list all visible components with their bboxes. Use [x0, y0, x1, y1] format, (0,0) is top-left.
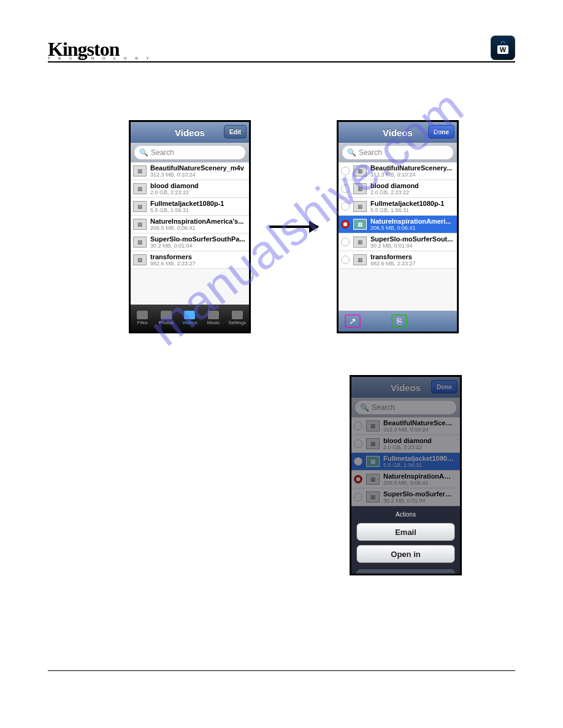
search-input[interactable]: 🔍 Search [342, 146, 453, 159]
list-item[interactable]: ▦blood diamond2.0 GB, 2:23:22 [339, 180, 457, 198]
item-subtitle: 312.3 MB, 0:10:24 [383, 427, 456, 433]
item-title: NatureInspirationAmeri... [370, 218, 453, 225]
search-icon: 🔍 [360, 403, 369, 412]
item-subtitle: 2.0 GB, 2:23:22 [383, 444, 456, 450]
item-text: SuperSlo-moSurferSout...30.2 MB, 0:01:04 [370, 235, 453, 249]
item-text: Fullmetaljacket1080p-15.5 GB, 1:56:31 [370, 200, 453, 213]
item-title: SuperSlo-moSurferSouthPa... [150, 235, 245, 243]
app-icon: ◠ W [491, 36, 515, 60]
list-item[interactable]: ▦BeautifulNatureScenery_m4v312.3 MB, 0:1… [131, 162, 249, 180]
search-icon: 🔍 [347, 148, 356, 157]
list-item[interactable]: ▦Fullmetaljacket1080p-15.5 GB, 1:56:31 [339, 198, 457, 216]
edit-button[interactable]: Edit [224, 125, 247, 138]
checkbox-icon[interactable] [354, 493, 362, 501]
tab-files[interactable]: Files [131, 305, 155, 332]
item-subtitle: 30.2 MB, 0:01:04 [150, 243, 245, 249]
brand-subtext: T E C H N O L O G Y [48, 56, 153, 60]
item-title: Fullmetaljacket1080p-1 [370, 200, 453, 207]
list-item[interactable]: ▦transformers982.6 MB, 2:23:27 [339, 251, 457, 269]
tab-photos[interactable]: Photos [155, 305, 178, 332]
done-button[interactable]: Done [431, 380, 458, 393]
video-icon: ▦ [133, 201, 147, 212]
item-text: NatureInspirationAmeri...206.5 MB, 0:06:… [370, 218, 453, 231]
item-subtitle: 982.6 MB, 2:23:27 [150, 260, 245, 267]
tab-label: Music [207, 320, 220, 325]
screen-title: Videos [175, 127, 205, 138]
tab-label: Settings [228, 320, 246, 325]
search-input[interactable]: 🔍 Search [134, 146, 245, 159]
search-input[interactable]: 🔍 Search [355, 401, 456, 414]
video-icon: ▦ [366, 474, 380, 485]
list-item[interactable]: ▦SuperSlo-moSurferSout...30.2 MB, 0:01:0… [339, 233, 457, 251]
video-icon: ▦ [366, 491, 380, 502]
list-item[interactable]: ▦blood diamond2.0 GB, 2:23:22 [351, 435, 460, 453]
item-text: NatureInspirationAmeri...206.5 MB, 0:06:… [383, 472, 456, 486]
video-icon: ▦ [353, 183, 367, 194]
document-header: Kingston T E C H N O L O G Y ◠ W [48, 36, 515, 63]
checkbox-icon[interactable] [354, 422, 362, 430]
item-subtitle: 982.6 MB, 2:23:27 [370, 260, 453, 267]
nav-bar: Videos Edit [131, 122, 249, 143]
list-item[interactable]: ▦Fullmetaljacket1080p-15.5 GB, 1:56:31 [131, 198, 249, 216]
video-icon: ▦ [353, 219, 367, 230]
item-title: BeautifulNatureScenery... [383, 419, 456, 427]
list-item[interactable]: ▦BeautifulNatureScenery...312.3 MB, 0:10… [351, 417, 460, 435]
list-item[interactable]: ▦SuperSlo-moSurferSouthPa...30.2 MB, 0:0… [131, 233, 249, 251]
list-item[interactable]: ▦NatureInspirationAmerica's...206.5 MB, … [131, 216, 249, 233]
video-icon: ▦ [353, 254, 367, 265]
item-title: blood diamond [370, 182, 453, 189]
item-subtitle: 312.3 MB, 0:10:24 [370, 172, 453, 178]
checkbox-icon[interactable] [354, 439, 362, 448]
video-icon: ▦ [366, 420, 380, 431]
item-text: blood diamond2.0 GB, 2:23:22 [370, 182, 453, 195]
item-text: NatureInspirationAmerica's...206.5 MB, 0… [150, 218, 245, 231]
item-title: BeautifulNatureScenery... [370, 164, 453, 172]
item-text: blood diamond2.0 GB, 2:23:22 [150, 182, 245, 195]
item-title: blood diamond [150, 182, 245, 189]
tab-settings[interactable]: Settings [225, 305, 249, 332]
checkbox-icon[interactable] [341, 167, 350, 175]
list-item[interactable]: ▦Fullmetaljacket1080p-15.5 GB, 1:56:31 [351, 453, 460, 471]
tab-videos[interactable]: Videos [178, 305, 202, 332]
search-bar: 🔍 Search [131, 143, 249, 162]
open-in-button[interactable]: Open in [356, 545, 455, 563]
footer-rule [48, 670, 515, 671]
checkbox-icon[interactable] [341, 220, 350, 229]
video-list: ▦BeautifulNatureScenery...312.3 MB, 0:10… [339, 162, 457, 311]
checkbox-icon[interactable] [341, 238, 350, 246]
video-icon: ▦ [353, 165, 367, 176]
video-icon: ▦ [353, 201, 367, 212]
item-subtitle: 5.5 GB, 1:56:31 [383, 462, 456, 468]
list-item[interactable]: ▦SuperSlo-moSurferSout...30.2 MB, 0:01:0… [351, 488, 460, 506]
item-title: NatureInspirationAmeri... [383, 472, 456, 480]
item-title: SuperSlo-moSurferSout... [383, 490, 456, 498]
checkbox-icon[interactable] [354, 475, 362, 483]
item-subtitle: 312.3 MB, 0:10:24 [150, 172, 245, 178]
item-subtitle: 5.5 GB, 1:56:31 [150, 207, 245, 213]
screenshot-1: Videos Edit 🔍 Search ▦BeautifulNatureSce… [129, 120, 251, 333]
checkbox-icon[interactable] [341, 184, 350, 193]
item-subtitle: 2.0 GB, 2:23:22 [370, 189, 453, 195]
done-button[interactable]: Done [428, 125, 454, 138]
action-sheet: Actions Email Open in Cancel [351, 506, 460, 575]
screenshot-3: Videos Done 🔍 Search ▦BeautifulNatureSce… [350, 375, 462, 575]
checkbox-icon[interactable] [341, 256, 350, 264]
item-text: Fullmetaljacket1080p-15.5 GB, 1:56:31 [383, 455, 456, 468]
list-item[interactable]: ▦NatureInspirationAmeri...206.5 MB, 0:06… [351, 471, 460, 488]
list-item[interactable]: ▦transformers982.6 MB, 2:23:27 [131, 251, 249, 269]
share-button[interactable]: ↗ [345, 314, 361, 328]
copy-button[interactable]: ⎘ [391, 314, 407, 328]
email-button[interactable]: Email [356, 523, 455, 541]
item-subtitle: 30.2 MB, 0:01:04 [370, 243, 453, 249]
list-item[interactable]: ▦blood diamond2.0 GB, 2:23:22 [131, 180, 249, 198]
video-icon: ▦ [366, 438, 380, 449]
list-item[interactable]: ▦BeautifulNatureScenery...312.3 MB, 0:10… [339, 162, 457, 180]
checkbox-icon[interactable] [354, 457, 362, 466]
video-list: ▦BeautifulNatureScenery...312.3 MB, 0:10… [351, 417, 460, 506]
item-subtitle: 206.5 MB, 0:06:41 [383, 480, 456, 486]
tab-music[interactable]: Music [202, 305, 226, 332]
list-item[interactable]: ▦NatureInspirationAmeri...206.5 MB, 0:06… [339, 216, 457, 233]
checkbox-icon[interactable] [341, 202, 350, 211]
cancel-button[interactable]: Cancel [356, 569, 455, 575]
tab-label: Files [137, 320, 148, 325]
